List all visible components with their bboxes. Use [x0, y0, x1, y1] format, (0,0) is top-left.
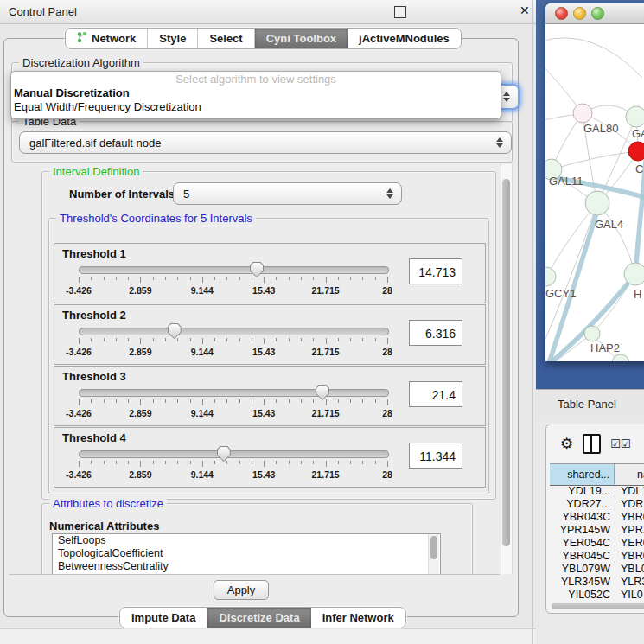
column-header-shared-name[interactable]: shared...	[550, 464, 615, 485]
network-edge[interactable]	[545, 38, 642, 78]
slider-thumb[interactable]	[250, 262, 264, 277]
slider-track[interactable]	[79, 266, 389, 274]
threshold-row-3: Threshold 3-3.4262.8599.14415.4321.71528…	[54, 366, 486, 426]
table-row[interactable]: YLR345WYLR3	[550, 576, 644, 589]
network-node-gal4[interactable]	[585, 191, 609, 215]
slider-tick	[239, 338, 240, 341]
slider-tick	[153, 277, 154, 280]
number-of-intervals-combobox[interactable]: 5	[173, 182, 402, 205]
slider-track[interactable]	[79, 328, 389, 335]
network-canvas[interactable]: GAL80GALCGAL11GAL4GCY1HHAP2	[545, 24, 644, 361]
network-window-titlebar[interactable]	[545, 3, 644, 24]
network-node-h[interactable]	[624, 263, 644, 285]
popup-option-equal-width[interactable]: Equal Width/Frequency Discretization	[11, 100, 501, 114]
tick-label: 2.859	[114, 469, 166, 480]
tab-label: jActiveMNodules	[359, 32, 450, 45]
slider-thumb[interactable]	[316, 385, 329, 400]
slider-thumb[interactable]	[217, 446, 231, 462]
split-pane-divider[interactable]	[532, 0, 533, 644]
minimize-traffic-icon[interactable]	[573, 7, 586, 20]
tab-jactivemnodules[interactable]: jActiveMNodules	[348, 29, 461, 48]
node-label: GAL80	[583, 122, 618, 135]
threshold-value-field[interactable]: 6.316	[409, 320, 462, 346]
slider-tick	[202, 461, 203, 467]
slider-tick	[91, 461, 92, 464]
attribute-list-item[interactable]: SelfLoops	[53, 534, 440, 547]
tab-cyni-toolbox[interactable]: Cyni Toolbox	[255, 29, 348, 48]
slider-tick	[375, 399, 376, 403]
slider-tick	[128, 277, 129, 280]
attribute-list-item[interactable]: BetweennessCentrality	[53, 560, 440, 573]
table-row[interactable]: YBR045CYBR0	[550, 550, 644, 563]
tab-impute-data[interactable]: Impute Data	[120, 608, 207, 628]
panel-scrollbar[interactable]	[501, 164, 513, 574]
tick-label: 28	[361, 285, 413, 296]
cell-name: YDR2	[615, 498, 644, 511]
slider-tick	[289, 277, 290, 280]
slider-tick	[326, 461, 327, 467]
slider-tick	[313, 461, 314, 464]
tab-discretize-data[interactable]: Discretize Data	[207, 608, 310, 628]
network-node-gal80[interactable]	[573, 104, 592, 123]
slider-tick	[202, 338, 203, 344]
numerical-attributes-list[interactable]: SelfLoopsTopologicalCoefficientBetweenne…	[52, 533, 441, 575]
settings-scroll-viewport: Interval Definition Number of Intervals …	[9, 164, 500, 575]
slider-tick	[239, 399, 240, 403]
slider-tick	[313, 277, 314, 280]
split-columns-icon[interactable]	[583, 434, 601, 454]
tab-label: Style	[159, 32, 186, 45]
tab-infer-network[interactable]: Infer Network	[311, 608, 405, 628]
slider-tick	[350, 399, 351, 403]
zoom-traffic-icon[interactable]	[591, 7, 604, 20]
network-node[interactable]	[612, 354, 629, 361]
threshold-value-field[interactable]: 21.4	[409, 381, 462, 407]
apply-button[interactable]: Apply	[214, 580, 269, 600]
table-row[interactable]: YER054CYER0	[550, 537, 644, 550]
slider-tick	[301, 277, 302, 280]
tab-select[interactable]: Select	[198, 29, 254, 48]
popup-option-manual[interactable]: Manual Discretization	[11, 86, 501, 100]
tick-label: 28	[361, 469, 413, 480]
slider-thumb[interactable]	[168, 323, 182, 339]
tab-network[interactable]: Network	[66, 29, 148, 48]
network-edge[interactable]	[552, 151, 638, 169]
table-row[interactable]: YBL079WYBL0	[550, 563, 644, 576]
column-header-name[interactable]: name	[615, 464, 644, 485]
network-node-gal[interactable]	[626, 106, 644, 127]
checkbox-filter-icons[interactable]: ☑☑	[610, 437, 630, 450]
network-view-window[interactable]: GAL80GALCGAL11GAL4GCY1HHAP2	[545, 3, 644, 361]
table-data-combobox[interactable]: galFiltered.sif default node	[19, 131, 512, 154]
list-scrollbar[interactable]	[428, 534, 439, 575]
close-icon[interactable]: ✕	[520, 3, 530, 17]
slider-tick	[289, 338, 290, 341]
table-row[interactable]: YDR27...YDR2	[550, 498, 644, 511]
slider-track[interactable]	[79, 450, 389, 458]
threshold-value-field[interactable]: 14.713	[409, 258, 462, 284]
slider-track[interactable]	[79, 389, 389, 397]
slider-tick	[214, 399, 215, 403]
table-row[interactable]: YBR043CYBR0	[550, 511, 644, 524]
slider-tick	[128, 399, 129, 403]
horizontal-scrollbar[interactable]	[552, 603, 644, 609]
float-window-icon[interactable]	[394, 6, 406, 18]
network-node-gcy1[interactable]	[545, 267, 556, 286]
slider-tick	[362, 461, 363, 464]
node-label: GCY1	[545, 287, 576, 300]
gear-icon[interactable]: ⚙	[560, 435, 573, 453]
network-node-hap2[interactable]	[584, 326, 600, 341]
slider-tick	[177, 277, 178, 280]
table-row[interactable]: YDL19...YDL1	[550, 485, 644, 498]
network-edge[interactable]	[635, 142, 644, 274]
scrollbar-thumb[interactable]	[430, 536, 437, 559]
table-row[interactable]: YPR145WYPR1	[550, 524, 644, 537]
close-traffic-icon[interactable]	[555, 7, 568, 20]
network-node-c[interactable]	[628, 142, 644, 161]
tick-label: 28	[361, 408, 413, 418]
table-panel-title: Table Panel	[558, 398, 616, 411]
scrollbar-thumb[interactable]	[502, 179, 510, 546]
tab-style[interactable]: Style	[148, 29, 198, 48]
table-row[interactable]: YIL052CYIL0	[550, 589, 644, 602]
slider-tick	[140, 338, 141, 344]
threshold-value-field[interactable]: 11.344	[409, 443, 462, 469]
attribute-list-item[interactable]: TopologicalCoefficient	[53, 547, 440, 560]
